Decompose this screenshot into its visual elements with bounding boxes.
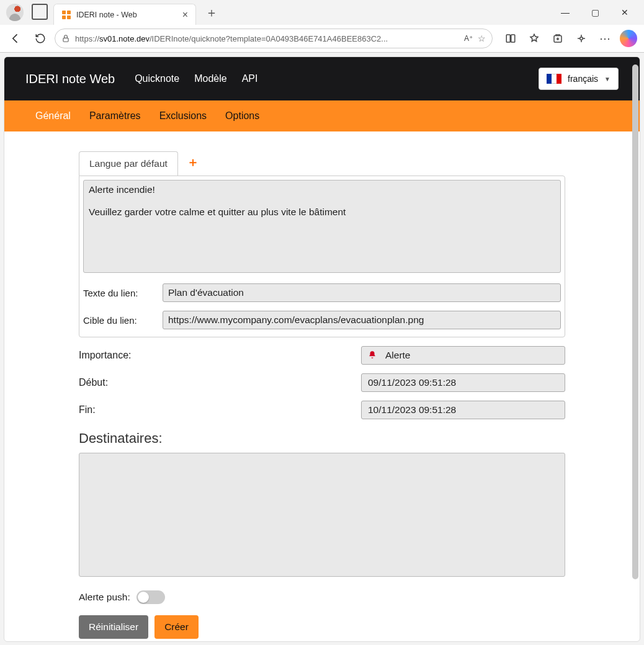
recipients-heading: Destinataires: — [79, 430, 565, 447]
create-button[interactable]: Créer — [154, 615, 199, 639]
bell-icon — [368, 350, 377, 361]
link-text-input[interactable] — [163, 283, 561, 302]
copilot-icon[interactable] — [618, 28, 639, 49]
nav-quicknote[interactable]: Quicknote — [135, 73, 179, 84]
language-label: français — [568, 74, 598, 84]
app-navbar: IDERI note Web Quicknote Modèle API fran… — [4, 57, 640, 100]
tab-actions-icon[interactable] — [34, 6, 47, 19]
lock-icon — [61, 34, 70, 43]
reset-button[interactable]: Réinitialiser — [79, 615, 148, 639]
push-label: Alerte push: — [79, 592, 130, 603]
more-icon[interactable]: ⋯ — [594, 28, 615, 49]
importance-value: Alerte — [385, 350, 411, 361]
browser-back-icon[interactable] — [5, 28, 26, 49]
add-language-tab-button[interactable]: ＋ — [178, 149, 208, 176]
browser-tab-title: IDERI note - Web — [76, 11, 177, 19]
recipients-box[interactable] — [79, 453, 565, 577]
message-panel: Texte du lien: Cible du lien: — [79, 176, 565, 337]
end-datetime[interactable]: 10/11/2023 09:51:28 — [361, 401, 565, 419]
svg-point-8 — [580, 37, 583, 40]
start-label: Début: — [79, 377, 361, 388]
chevron-down-icon: ▼ — [604, 76, 610, 82]
split-screen-icon[interactable] — [500, 28, 521, 49]
nav-api[interactable]: API — [242, 73, 258, 84]
address-url: https://sv01.note.dev/IDERInote/quicknot… — [75, 34, 459, 43]
browser-refresh-icon[interactable] — [30, 28, 51, 49]
push-toggle[interactable] — [136, 590, 165, 604]
subnav: Général Paramètres Exclusions Options — [4, 100, 640, 131]
nav-modele[interactable]: Modèle — [194, 73, 226, 84]
address-bar[interactable]: https://sv01.note.dev/IDERInote/quicknot… — [55, 29, 493, 48]
svg-rect-4 — [63, 38, 68, 42]
favorites-icon[interactable] — [524, 28, 545, 49]
svg-rect-5 — [506, 35, 510, 42]
tab-close-icon[interactable]: × — [182, 9, 188, 20]
svg-rect-3 — [67, 16, 71, 19]
start-datetime[interactable]: 09/11/2023 09:51:28 — [361, 373, 565, 392]
extensions-icon[interactable] — [571, 28, 592, 49]
language-selector[interactable]: français ▼ — [539, 68, 619, 90]
subnav-exclusions[interactable]: Exclusions — [159, 110, 207, 122]
reading-mode-icon[interactable]: A⁺ — [464, 34, 473, 43]
end-label: Fin: — [79, 404, 361, 416]
svg-rect-6 — [511, 35, 515, 42]
importance-select[interactable]: Alerte — [361, 346, 565, 365]
tab-default-language[interactable]: Langue par défaut — [79, 151, 178, 176]
message-textarea[interactable] — [83, 180, 561, 273]
window-maximize-icon[interactable]: ▢ — [586, 3, 604, 22]
new-tab-button[interactable]: ＋ — [202, 3, 221, 22]
scrollbar-vertical[interactable] — [632, 63, 639, 635]
link-target-label: Cible du lien: — [83, 315, 151, 326]
link-text-label: Texte du lien: — [83, 288, 151, 298]
link-target-input[interactable] — [163, 311, 561, 329]
window-minimize-icon[interactable]: — — [556, 3, 575, 22]
favorite-icon[interactable]: ☆ — [478, 33, 486, 43]
browser-tab[interactable]: IDERI note - Web × — [53, 4, 196, 25]
favicon-icon — [61, 10, 71, 20]
subnav-parametres[interactable]: Paramètres — [89, 110, 141, 122]
brand[interactable]: IDERI note Web — [25, 72, 115, 86]
subnav-general[interactable]: Général — [35, 110, 71, 122]
profile-avatar[interactable] — [6, 4, 24, 21]
svg-rect-0 — [62, 11, 66, 14]
subnav-options[interactable]: Options — [225, 110, 259, 122]
collections-icon[interactable] — [547, 28, 568, 49]
importance-label: Importance: — [79, 350, 361, 361]
window-close-icon[interactable]: ✕ — [615, 3, 634, 22]
svg-rect-1 — [67, 11, 71, 14]
flag-fr-icon — [547, 74, 561, 84]
svg-rect-2 — [62, 16, 66, 19]
